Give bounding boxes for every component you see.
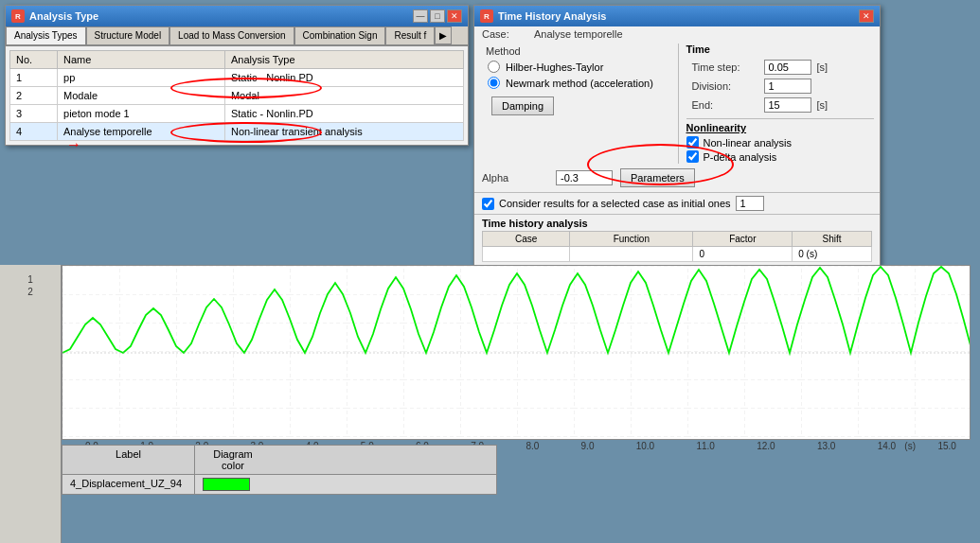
- analysis-window-icon: R: [11, 9, 25, 23]
- th-row1-factor: 0: [693, 247, 793, 262]
- time-history-icon: R: [480, 9, 493, 23]
- end-row: End: [s]: [686, 96, 875, 114]
- division-row: Division:: [686, 77, 875, 96]
- end-label: End:: [692, 99, 758, 111]
- tab-structure-model[interactable]: Structure Model: [86, 26, 170, 44]
- legend-col-color: Diagram color: [195, 446, 271, 474]
- division-label: Division:: [692, 80, 758, 92]
- side-num-2: 2: [27, 287, 33, 297]
- analysis-close-button[interactable]: ✕: [447, 9, 462, 23]
- th-row1-function: [570, 247, 693, 262]
- th-table-row[interactable]: 0 0 (s): [483, 247, 872, 262]
- analysis-table-container: No. Name Analysis Type 1 pp Static - Non…: [6, 46, 468, 145]
- nonlinearity-title: Nonlinearity: [686, 122, 875, 133]
- newmark-label: Newmark method (acceleration): [506, 78, 653, 89]
- time-step-input[interactable]: [764, 60, 811, 75]
- time-history-window: R Time History Analysis ✕ Case: Analyse …: [473, 5, 881, 266]
- tab-load-mass[interactable]: Load to Mass Conversion: [169, 26, 294, 44]
- x-label-8: 8.0: [526, 441, 539, 451]
- time-step-unit: [s]: [817, 61, 829, 73]
- analysis-minimize-button[interactable]: —: [413, 9, 428, 23]
- method-section: Method Hilber-Hughes-Taylor Newmark meth…: [480, 44, 668, 164]
- analysis-maximize-button[interactable]: □: [430, 9, 445, 23]
- consider-value-input[interactable]: [736, 196, 764, 211]
- th-section-title: Time history analysis: [482, 218, 872, 229]
- method-label: Method: [486, 45, 552, 57]
- nonlinear-analysis-label: Non-linear analysis: [704, 137, 793, 149]
- chart-svg: [62, 266, 970, 439]
- time-section-title: Time: [686, 44, 875, 55]
- row1-no: 1: [10, 69, 58, 87]
- svg-rect-1: [62, 266, 970, 439]
- analysis-tabs-bar: Analysis Types Structure Model Load to M…: [6, 26, 468, 46]
- analysis-type-window: R Analysis Type — □ ✕ Analysis Types Str…: [5, 5, 469, 146]
- time-history-title: Time History Analysis: [498, 10, 606, 22]
- row1-type: Static - Nonlin.PD: [224, 69, 463, 87]
- th-row1-case: [483, 247, 570, 262]
- col-header-no: No.: [10, 51, 58, 69]
- tab-combination-sign[interactable]: Combination Sign: [294, 26, 386, 44]
- th-row1-shift: 0 (s): [793, 247, 872, 262]
- chart-container: [62, 265, 971, 440]
- legend-header: Label Diagram color: [62, 446, 496, 475]
- x-label-9: 9.0: [581, 441, 595, 451]
- case-value: Analyse temporelle: [534, 28, 623, 40]
- analysis-window-title: Analysis Type: [29, 10, 98, 22]
- tab-analysis-types[interactable]: Analysis Types: [6, 26, 86, 45]
- table-row[interactable]: 3 pieton mode 1 Static - Nonlin.PD: [10, 105, 464, 123]
- row3-name: pieton mode 1: [58, 105, 225, 123]
- x-label-10: 10.0: [636, 441, 654, 451]
- side-num-1: 1: [27, 274, 33, 285]
- time-step-row: Time step: [s]: [686, 58, 875, 77]
- row3-type: Static - Nonlin.PD: [224, 105, 463, 123]
- damping-button-row: Damping: [480, 91, 668, 121]
- table-row[interactable]: 1 pp Static - Nonlin.PD: [10, 69, 464, 87]
- row4-no: 4: [10, 123, 58, 141]
- radio-hht[interactable]: [488, 61, 500, 73]
- time-history-close-button[interactable]: ✕: [859, 9, 874, 23]
- case-label: Case:: [482, 28, 534, 40]
- pdelta-checkbox[interactable]: [686, 150, 699, 163]
- row2-no: 2: [10, 87, 58, 105]
- damping-button[interactable]: Damping: [491, 96, 554, 115]
- method-label-row: Method: [480, 44, 668, 59]
- th-table: Case Function Factor Shift 0 0 (s): [482, 231, 872, 262]
- th-col-function: Function: [570, 232, 693, 247]
- analysis-window-controls: — □ ✕: [413, 9, 462, 23]
- consider-checkbox[interactable]: [482, 198, 494, 210]
- legend-row: 4_Displacement_UZ_94: [62, 475, 496, 494]
- alpha-input[interactable]: [556, 170, 613, 185]
- nonlinear-analysis-checkbox[interactable]: [686, 136, 699, 149]
- row2-name: Modale: [58, 87, 225, 105]
- end-input[interactable]: [764, 97, 811, 113]
- radio-row-newmark: Newmark method (acceleration): [480, 75, 668, 91]
- side-panel: 1 2: [0, 265, 62, 543]
- pdelta-label: P-delta analysis: [704, 151, 777, 163]
- end-unit: [s]: [817, 99, 829, 111]
- method-time-row: Method Hilber-Hughes-Taylor Newmark meth…: [474, 42, 880, 166]
- time-history-titlebar: R Time History Analysis ✕: [474, 6, 880, 26]
- row4-name: Analyse temporelle: [58, 123, 225, 141]
- row2-type: Modal: [224, 87, 463, 105]
- consider-label: Consider results for a selected case as …: [499, 198, 731, 209]
- hht-label: Hilber-Hughes-Taylor: [506, 61, 603, 73]
- row4-type: Non-linear transient analysis: [224, 123, 463, 141]
- tab-more-button[interactable]: ▶: [435, 26, 452, 44]
- legend-cell-color: [195, 475, 271, 494]
- division-input[interactable]: [764, 79, 811, 94]
- analysis-window-titlebar: R Analysis Type — □ ✕: [6, 6, 468, 26]
- nonlinearity-section: Nonlinearity Non-linear analysis P-delta…: [686, 118, 875, 164]
- th-col-case: Case: [483, 232, 570, 247]
- nonlinear-analysis-row: Non-linear analysis: [686, 135, 875, 149]
- tab-result-f[interactable]: Result f: [385, 26, 435, 44]
- x-label-14: 14.0: [878, 441, 896, 451]
- table-row[interactable]: 2 Modale Modal: [10, 87, 464, 105]
- legend-container: Label Diagram color 4_Displacement_UZ_94: [62, 445, 497, 495]
- radio-newmark[interactable]: [488, 77, 500, 89]
- x-label-11: 11.0: [696, 441, 714, 451]
- legend-col-label: Label: [62, 446, 195, 474]
- col-header-type: Analysis Type: [224, 51, 463, 69]
- radio-row-hht: Hilber-Hughes-Taylor: [480, 59, 668, 75]
- time-section: Time Time step: [s] Division: End: [s] N…: [678, 44, 875, 164]
- parameters-button[interactable]: Parameters: [620, 168, 695, 187]
